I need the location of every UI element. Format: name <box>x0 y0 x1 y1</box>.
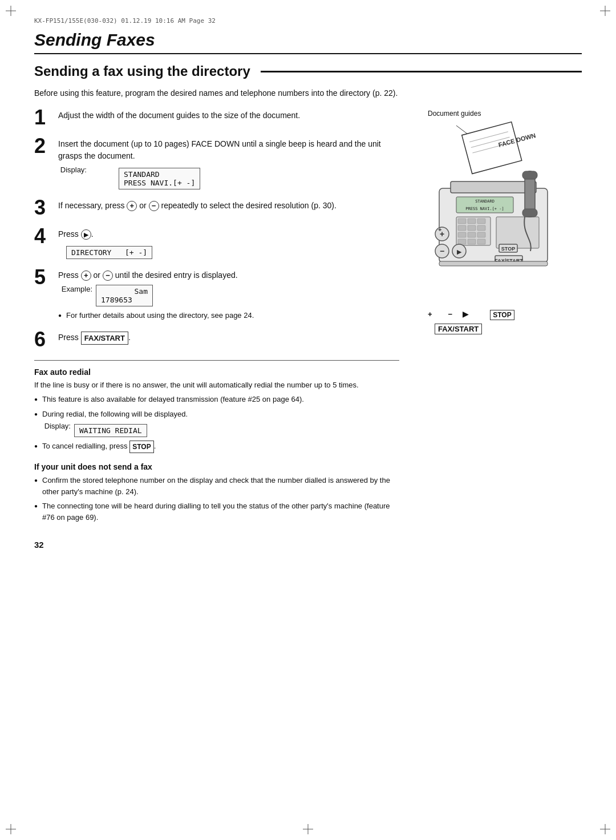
svg-rect-17 <box>477 225 485 231</box>
step-5-example: Example: Sam 1789653 <box>58 285 399 306</box>
example-display: Sam 1789653 <box>96 285 153 306</box>
fax-machine-svg: FACE DOWN STANDARD PRESS NAVI.[+ -] <box>411 120 570 314</box>
section-heading: Sending a fax using the directory <box>34 63 582 79</box>
svg-rect-22 <box>468 239 476 244</box>
svg-rect-14 <box>477 219 485 224</box>
step-4-content: Press ▶. DIRECTORY [+ -] <box>58 228 399 259</box>
step-5-text: Press + or − until the desired entry is … <box>58 269 399 281</box>
fax-auto-display-box: WAITING REDIAL <box>74 424 147 437</box>
step-4-text: Press ▶. <box>58 228 399 240</box>
spacer1: − <box>448 310 453 320</box>
step-5: 5 Press + or − until the desired entry i… <box>34 269 399 321</box>
svg-rect-16 <box>468 225 476 231</box>
step-1-content: Adjust the width of the document guides … <box>58 110 399 125</box>
step-1: 1 Adjust the width of the document guide… <box>34 110 399 128</box>
fax-auto-redial-text1: If the line is busy or if there is no an… <box>34 379 399 391</box>
intro-text: Before using this feature, program the d… <box>34 87 582 99</box>
plus-label-diagram: + <box>428 310 432 320</box>
step-1-text: Adjust the width of the document guides … <box>58 110 399 122</box>
example-label-text: Example: <box>58 285 92 293</box>
svg-rect-24 <box>496 217 539 248</box>
svg-text:PRESS NAVI.[+ -]: PRESS NAVI.[+ -] <box>465 207 504 211</box>
svg-rect-7 <box>451 181 536 193</box>
faxstart-diagram-button: FAX/START <box>435 324 482 334</box>
svg-text:+: + <box>438 226 441 233</box>
plus-button-3: + <box>127 201 137 211</box>
fax-auto-redial-bullet2: During redial, the following will be dis… <box>34 409 399 420</box>
svg-text:STANDARD: STANDARD <box>475 199 495 204</box>
fax-auto-redial-section: Fax auto redial If the line is busy or i… <box>34 368 399 454</box>
directory-display: DIRECTORY [+ -] <box>66 246 152 259</box>
faxstart-label-diagram: FAX/START <box>435 324 570 334</box>
left-column: 1 Adjust the width of the document guide… <box>34 110 399 550</box>
reg-crosshair-br <box>600 824 610 834</box>
fax-auto-display-label: Display: <box>42 422 71 430</box>
minus-button-3: − <box>149 201 159 211</box>
step-3: 3 If necessary, press + or − repeatedly … <box>34 200 399 218</box>
unit-not-send-heading: If your unit does not send a fax <box>34 462 399 471</box>
display-label-2: Display: <box>58 165 87 174</box>
stop-label-diagram: STOP <box>490 310 514 320</box>
display-box-2: STANDARD PRESS NAVI.[+ -] <box>119 168 200 189</box>
heading-rule <box>261 71 582 72</box>
svg-rect-20 <box>477 232 485 237</box>
fax-auto-redial-bullet1: This feature is also available for delay… <box>34 394 399 405</box>
display-line-1: STANDARD <box>124 170 160 179</box>
step-2-display: Display: STANDARD PRESS NAVI.[+ -] <box>58 165 399 189</box>
step-3-text: If necessary, press + or − repeatedly to… <box>58 200 399 212</box>
step-6: 6 Press FAX/START. <box>34 332 399 350</box>
play-label-diagram: ▶ <box>463 310 468 320</box>
fax-auto-redial-heading: Fax auto redial <box>34 368 399 377</box>
display-line-2: PRESS NAVI.[+ -] <box>124 179 195 187</box>
step-5-num: 5 <box>34 267 51 288</box>
step-4-display-wrap: DIRECTORY [+ -] <box>58 244 399 259</box>
fax-auto-redial-bullet3: To cancel redialling, press STOP. <box>34 441 399 453</box>
fax-illustration-container: Document guides <box>411 110 570 334</box>
step-2-text: Insert the document (up to 10 pages) FAC… <box>58 138 399 162</box>
svg-rect-23 <box>477 239 485 244</box>
unit-not-send-section: If your unit does not send a fax Confirm… <box>34 462 399 523</box>
right-column: Document guides <box>411 110 582 334</box>
unit-not-send-bullet1: Confirm the stored telephone number on t… <box>34 475 399 497</box>
reg-crosshair-tl <box>6 6 16 16</box>
two-col-layout: 1 Adjust the width of the document guide… <box>34 110 582 550</box>
svg-rect-21 <box>458 239 466 244</box>
header-info: KX-FP151/155E(030-032) 01.12.19 10:16 AM… <box>34 17 582 25</box>
step-6-num: 6 <box>34 329 51 350</box>
svg-rect-27 <box>522 209 537 217</box>
step-5-bullet: For further details about using the dire… <box>58 310 399 321</box>
example-line1: Sam <box>101 287 148 296</box>
svg-rect-13 <box>468 219 476 224</box>
reg-crosshair-bc <box>303 824 313 834</box>
play-button-4: ▶ <box>81 229 91 240</box>
page-number: 32 <box>34 540 399 550</box>
svg-text:▶: ▶ <box>457 248 462 255</box>
svg-rect-18 <box>458 232 466 237</box>
step-5-content: Press + or − until the desired entry is … <box>58 269 399 321</box>
step-6-text: Press FAX/START. <box>58 332 399 345</box>
faxstart-button-6: FAX/START <box>81 332 128 345</box>
page: KX-FP151/155E(030-032) 01.12.19 10:16 AM… <box>0 0 616 840</box>
step-4-num: 4 <box>34 226 51 247</box>
svg-rect-15 <box>458 225 466 231</box>
step-2: 2 Insert the document (up to 10 pages) F… <box>34 138 399 189</box>
svg-rect-26 <box>522 171 537 179</box>
svg-text:STOP: STOP <box>501 246 515 252</box>
svg-rect-19 <box>468 232 476 237</box>
step-1-num: 1 <box>34 107 51 128</box>
svg-rect-12 <box>458 219 466 224</box>
step-2-content: Insert the document (up to 10 pages) FAC… <box>58 138 399 189</box>
chapter-title: Sending Faxes <box>34 30 582 54</box>
step-6-content: Press FAX/START. <box>58 332 399 349</box>
plus-button-5: + <box>81 270 91 281</box>
stop-button-cancel: STOP <box>129 441 153 453</box>
example-line2: 1789653 <box>101 296 148 304</box>
unit-not-send-bullet2: The connecting tone will be heard during… <box>34 500 399 523</box>
reg-crosshair-tr <box>600 6 610 16</box>
step-3-content: If necessary, press + or − repeatedly to… <box>58 200 399 215</box>
section-divider <box>34 360 399 361</box>
step-2-num: 2 <box>34 136 51 156</box>
doc-guides-label: Document guides <box>428 110 570 118</box>
svg-rect-39 <box>439 261 548 266</box>
step-3-num: 3 <box>34 197 51 218</box>
